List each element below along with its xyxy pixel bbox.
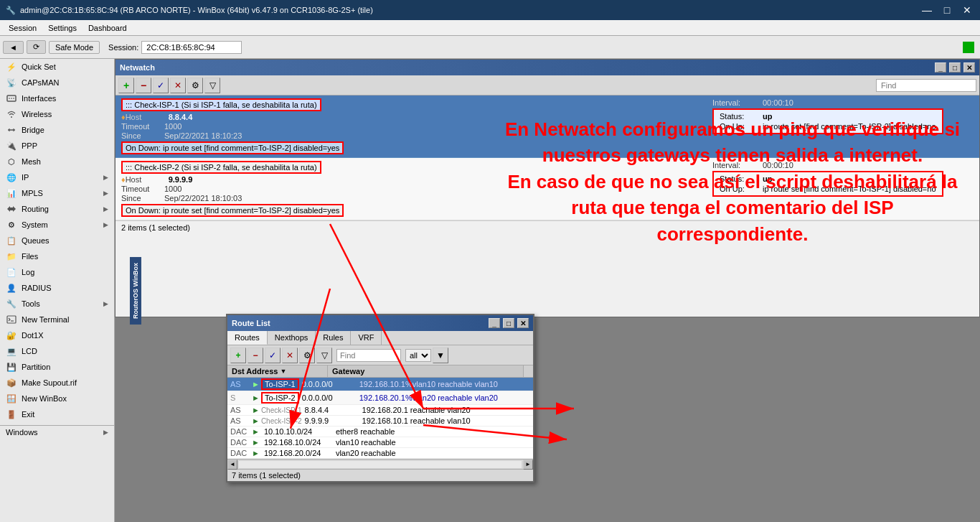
sidebar-item-interfaces[interactable]: Interfaces [0,90,114,106]
isp2-on-down-label: On Down: [126,206,163,215]
netwatch-find-input[interactable] [876,79,976,92]
sidebar-label-queues: Queues [22,236,50,245]
sidebar-item-mpls[interactable]: 📊 MPLS ▶ [0,185,114,201]
tools-icon: 🔧 [6,298,17,309]
netwatch-close-btn[interactable]: ✕ [963,62,975,73]
dot1x-icon: 🔐 [6,330,17,341]
sidebar-item-queues[interactable]: 📋 Queues [0,233,114,248]
route-list-title: Route List [232,319,270,327]
refresh-button[interactable]: ⟳ [27,40,46,54]
sidebar-item-tools[interactable]: 🔧 Tools ▶ [0,296,114,312]
route-row-6[interactable]: DAC ► 192.168.20.0/24 vlan20 reachable [227,448,533,459]
route-filter-apply-btn[interactable]: ▼ [433,348,448,363]
scroll-right-btn[interactable]: ► [523,460,533,470]
route-scrollbar-h[interactable]: ◄ ► [227,459,533,469]
make-supout-icon: 📦 [6,377,17,388]
new-winbox-icon: 🪟 [6,393,17,404]
sidebar-item-files[interactable]: 📁 Files [0,248,114,264]
route-add-button[interactable]: + [230,348,246,363]
route-row-0[interactable]: AS ► To-ISP-1 0.0.0.0/0 192.168.10.1%vla… [227,378,533,391]
files-icon: 📁 [6,251,17,262]
titlebar-title: admin@2C:C8:1B:65:8C:94 (RB ARCO NORTE) … [20,6,920,14]
overlay-main-text: En Netwatch configuramos un ping que ver… [499,116,966,247]
sidebar-item-lcd[interactable]: 💻 LCD [0,343,114,359]
tab-vrf[interactable]: VRF [351,331,382,345]
tab-rules[interactable]: Rules [316,331,351,345]
minimize-button[interactable]: — [920,4,934,16]
tools-arrow: ▶ [103,300,108,307]
netwatch-maximize-btn[interactable]: □ [949,62,961,73]
sidebar-item-bridge[interactable]: Bridge [0,122,114,138]
route-filter-select[interactable]: all [405,349,431,362]
menu-settings[interactable]: Settings [42,22,83,34]
route-row-3[interactable]: AS ► Check-ISP-2 9.9.9.9 192.168.10.1 re… [227,416,533,427]
sidebar-item-mesh[interactable]: ⬡ Mesh [0,154,114,169]
sidebar-item-ppp[interactable]: 🔌 PPP [0,138,114,154]
route-row-2[interactable]: AS ► Check-ISP-1 8.8.4.4 192.168.20.1 re… [227,405,533,416]
menu-dashboard[interactable]: Dashboard [83,22,133,34]
route-toolbar: + − ✓ ✕ ⚙ ▽ all ▼ [227,345,533,365]
sidebar-item-ip[interactable]: 🌐 IP ▶ [0,169,114,185]
overlay-line1: En Netwatch configuramos un ping que ver… [499,116,966,142]
sidebar-item-radius[interactable]: 👤 RADIUS [0,280,114,296]
route-row-5[interactable]: DAC ► 192.168.10.0/24 vlan10 reachable [227,437,533,448]
sidebar-item-windows[interactable]: Windows ▶ [0,425,114,439]
route-row-1[interactable]: S ► To-ISP-2 0.0.0.0/0 192.168.20.1%vlan… [227,391,533,405]
route-find-input[interactable] [336,349,401,362]
close-button[interactable]: ✕ [960,4,974,16]
row3-flag: AS [230,416,252,425]
netwatch-minimize-btn[interactable]: _ [935,62,946,73]
row5-flag: DAC [230,438,252,447]
route-disable-button[interactable]: ✕ [282,348,298,363]
route-enable-button[interactable]: ✓ [265,348,281,363]
disable-button[interactable]: ✕ [170,78,186,93]
sidebar-item-wireless[interactable]: Wireless [0,106,114,122]
sidebar-item-quick-set[interactable]: ⚡ Quick Set [0,59,114,75]
ip-arrow: ▶ [103,174,108,181]
sidebar-item-partition[interactable]: 💾 Partition [0,359,114,375]
filter-button[interactable]: ▽ [204,78,220,93]
route-list-minimize-btn[interactable]: _ [489,318,500,328]
mpls-icon: 📊 [6,187,17,199]
back-button[interactable]: ◄ [3,41,24,54]
tab-nexthops[interactable]: Nexthops [268,331,316,345]
sidebar-item-new-terminal[interactable]: New Terminal [0,312,114,327]
tab-routes[interactable]: Routes [227,331,268,345]
sidebar-item-exit[interactable]: 🚪 Exit [0,406,114,422]
route-list-close-btn[interactable]: ✕ [517,318,529,328]
queues-icon: 📋 [6,235,17,246]
route-list-maximize-btn[interactable]: □ [503,318,514,328]
scroll-track-h[interactable] [239,461,522,468]
add-button[interactable]: + [118,78,134,93]
sidebar-label-lcd: LCD [22,347,37,355]
maximize-button[interactable]: □ [940,4,954,16]
session-input[interactable] [141,41,242,54]
sidebar-item-make-supout[interactable]: 📦 Make Supout.rif [0,375,114,391]
route-row-4[interactable]: DAC ► 10.10.10.0/24 ether8 reachable [227,427,533,437]
remove-button[interactable]: − [136,78,151,93]
row4-type-icon: ► [252,427,260,436]
sidebar-item-system[interactable]: ⚙ System ▶ [0,217,114,233]
settings-button[interactable]: ⚙ [187,78,203,93]
route-remove-button[interactable]: − [248,348,263,363]
sidebar-item-capsman[interactable]: 📡 CAPsMAN [0,75,114,90]
route-settings-button[interactable]: ⚙ [299,348,315,363]
menu-session[interactable]: Session [3,22,42,34]
sidebar-item-dot1x[interactable]: 🔐 Dot1X [0,327,114,343]
row6-flag: DAC [230,449,252,457]
safe-mode-button[interactable]: Safe Mode [49,41,100,54]
enable-button[interactable]: ✓ [153,78,169,93]
overlay-line5: correspondiente. [499,221,966,247]
sidebar-item-log[interactable]: 📄 Log [0,264,114,280]
row3-gateway: 192.168.10.1 reachable vlan10 [362,416,471,425]
exit-icon: 🚪 [6,409,17,420]
sidebar-item-new-winbox[interactable]: 🪟 New WinBox [0,391,114,406]
route-filter-button[interactable]: ▽ [316,348,332,363]
row0-comment: To-ISP-1 [261,378,299,390]
scroll-left-btn[interactable]: ◄ [227,460,237,470]
row6-gateway: vlan20 reachable [336,449,396,457]
route-tabs: Routes Nexthops Rules VRF [227,331,533,345]
sidebar-label-system: System [22,220,48,229]
sidebar-item-routing[interactable]: Routing ▶ [0,201,114,217]
isp2-comment-box: ::: Check-ISP-2 (Si si ISP-2 falla, se d… [121,161,321,174]
